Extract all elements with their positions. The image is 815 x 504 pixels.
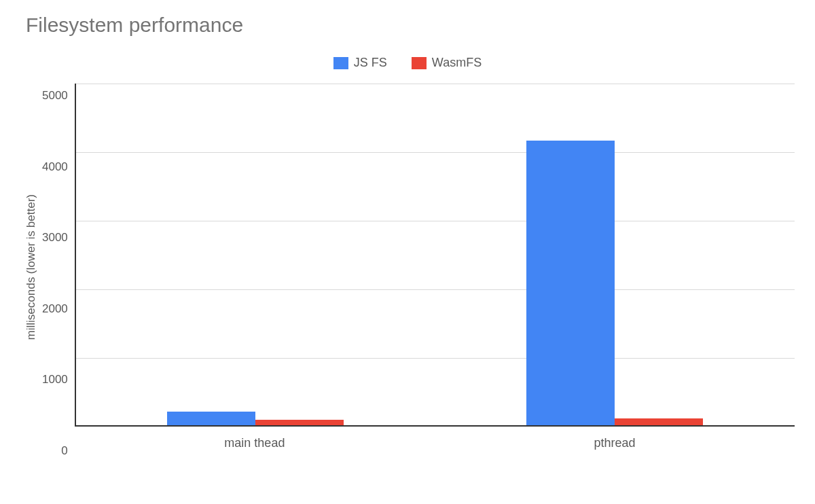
y-tick: 5000 [42,90,68,101]
bar-wasmfs-main [255,420,344,427]
legend-label-wasmfs: WasmFS [432,56,482,70]
y-axis-ticks: 5000 4000 3000 2000 1000 0 [42,84,75,450]
chart-body: milliseconds (lower is better) 5000 4000… [20,84,795,450]
y-tick: 4000 [42,160,68,172]
legend-label-jsfs: JS FS [354,56,387,70]
x-tick: main thead [75,436,435,450]
bar-jsfs-pthread [526,141,615,427]
x-tick: pthread [435,436,795,450]
group-main-thread [76,84,435,427]
bar-groups [76,84,795,427]
y-tick: 3000 [42,232,68,243]
group-pthread [435,84,795,427]
legend-item-jsfs: JS FS [333,56,387,70]
plot-area [75,84,795,427]
legend-item-wasmfs: WasmFS [412,56,482,70]
bar-wasmfs-pthread [615,418,703,427]
y-tick: 1000 [42,374,68,385]
y-tick: 0 [61,444,67,456]
legend-swatch-wasmfs [412,57,427,69]
y-axis-label: milliseconds (lower is better) [20,194,42,340]
legend-swatch-jsfs [333,57,348,69]
x-axis-ticks: main thead pthread [75,436,795,450]
legend: JS FS WasmFS [20,56,795,70]
y-tick: 2000 [42,302,68,314]
chart-title: Filesystem performance [26,14,795,37]
bar-jsfs-main [167,412,255,427]
